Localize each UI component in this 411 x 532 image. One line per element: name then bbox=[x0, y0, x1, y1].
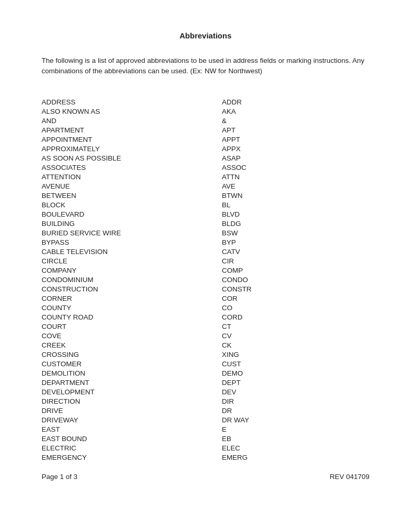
table-row: ATTENTIONATTN bbox=[42, 172, 369, 182]
full-word: DRIVE bbox=[42, 406, 222, 416]
full-word: ELECTRIC bbox=[42, 444, 222, 453]
abbreviation: BL bbox=[222, 201, 369, 210]
full-word: CUSTOMER bbox=[42, 360, 222, 369]
full-word: COUNTY ROAD bbox=[42, 313, 222, 322]
table-row: EMERGENCYEMERG bbox=[42, 453, 369, 462]
table-row: BUILDINGBLDG bbox=[42, 219, 369, 229]
full-word: BLOCK bbox=[42, 201, 222, 210]
table-row: EASTE bbox=[42, 425, 369, 434]
abbreviation: DEPT bbox=[222, 378, 369, 388]
table-row: DEVELOPMENTDEV bbox=[42, 388, 369, 397]
table-row: DRIVEWAYDR WAY bbox=[42, 416, 369, 425]
abbreviation: CONDO bbox=[222, 275, 369, 285]
full-word: CABLE TELEVISION bbox=[42, 247, 222, 257]
abbreviation: DIR bbox=[222, 397, 369, 406]
abbreviation: ADDR bbox=[222, 98, 369, 107]
abbreviation: EB bbox=[222, 434, 369, 444]
full-word: COMPANY bbox=[42, 266, 222, 275]
table-row: ADDRESSADDR bbox=[42, 98, 369, 107]
full-word: APARTMENT bbox=[42, 126, 222, 135]
full-word: AND bbox=[42, 116, 222, 126]
full-word: ATTENTION bbox=[42, 172, 222, 182]
table-row: CONDOMINIUMCONDO bbox=[42, 275, 369, 285]
full-word: BURIED SERVICE WIRE bbox=[42, 229, 222, 238]
abbreviation: CORD bbox=[222, 313, 369, 322]
full-word: EAST bbox=[42, 425, 222, 434]
full-word: COVE bbox=[42, 331, 222, 341]
abbreviation: COMP bbox=[222, 266, 369, 275]
full-word: EAST BOUND bbox=[42, 434, 222, 444]
table-row: COURTCT bbox=[42, 322, 369, 331]
table-row: CORNERCOR bbox=[42, 294, 369, 303]
abbreviation: CUST bbox=[222, 360, 369, 369]
full-word: EMERGENCY bbox=[42, 453, 222, 462]
full-word: CORNER bbox=[42, 294, 222, 303]
full-word: CREEK bbox=[42, 341, 222, 350]
full-word: APPROXIMATELY bbox=[42, 144, 222, 154]
abbreviation: CK bbox=[222, 341, 369, 350]
full-word: ASSOCIATES bbox=[42, 163, 222, 172]
abbreviation: & bbox=[222, 116, 369, 126]
abbreviation: AVE bbox=[222, 182, 369, 191]
abbreviation: CIR bbox=[222, 257, 369, 266]
table-row: CIRCLECIR bbox=[42, 257, 369, 266]
table-row: BLOCKBL bbox=[42, 201, 369, 210]
full-word: BYPASS bbox=[42, 238, 222, 247]
table-row: CONSTRUCTIONCONSTR bbox=[42, 285, 369, 294]
abbreviation: AKA bbox=[222, 107, 369, 116]
table-row: CREEKCK bbox=[42, 341, 369, 350]
table-row: DRIVEDR bbox=[42, 406, 369, 416]
abbreviation: ATTN bbox=[222, 172, 369, 182]
abbreviation: DEMO bbox=[222, 369, 369, 378]
full-word: DEVELOPMENT bbox=[42, 388, 222, 397]
full-word: DIRECTION bbox=[42, 397, 222, 406]
table-row: DEMOLITIONDEMO bbox=[42, 369, 369, 378]
abbreviation: CT bbox=[222, 322, 369, 331]
table-row: BOULEVARDBLVD bbox=[42, 210, 369, 219]
abbreviation: CATV bbox=[222, 247, 369, 257]
table-row: AND& bbox=[42, 116, 369, 126]
abbreviation: E bbox=[222, 425, 369, 434]
table-row: BURIED SERVICE WIREBSW bbox=[42, 229, 369, 238]
full-word: CROSSING bbox=[42, 350, 222, 360]
full-word: AS SOON AS POSSIBLE bbox=[42, 154, 222, 163]
page-title: Abbreviations bbox=[42, 31, 369, 40]
abbreviation: DEV bbox=[222, 388, 369, 397]
abbreviation: ASAP bbox=[222, 154, 369, 163]
full-word: BUILDING bbox=[42, 219, 222, 229]
full-word: BETWEEN bbox=[42, 191, 222, 201]
table-row: DIRECTIONDIR bbox=[42, 397, 369, 406]
abbreviation: CO bbox=[222, 303, 369, 313]
full-word: APPOINTMENT bbox=[42, 135, 222, 144]
full-word: DEPARTMENT bbox=[42, 378, 222, 388]
abbreviation: COR bbox=[222, 294, 369, 303]
full-word: ADDRESS bbox=[42, 98, 222, 107]
table-row: COUNTYCO bbox=[42, 303, 369, 313]
page-number: Page 1 of 3 bbox=[42, 473, 77, 481]
abbreviation: BTWN bbox=[222, 191, 369, 201]
revision-number: REV 041709 bbox=[329, 473, 369, 481]
abbreviation: CONSTR bbox=[222, 285, 369, 294]
table-row: APARTMENTAPT bbox=[42, 126, 369, 135]
table-row: DEPARTMENTDEPT bbox=[42, 378, 369, 388]
table-row: EAST BOUNDEB bbox=[42, 434, 369, 444]
abbreviation: BLDG bbox=[222, 219, 369, 229]
table-row: COUNTY ROADCORD bbox=[42, 313, 369, 322]
abbreviation: CV bbox=[222, 331, 369, 341]
abbreviation: APPT bbox=[222, 135, 369, 144]
table-row: APPOINTMENTAPPT bbox=[42, 135, 369, 144]
full-word: CIRCLE bbox=[42, 257, 222, 266]
abbreviation: DR bbox=[222, 406, 369, 416]
table-row: ELECTRICELEC bbox=[42, 444, 369, 453]
full-word: COURT bbox=[42, 322, 222, 331]
full-word: DRIVEWAY bbox=[42, 416, 222, 425]
table-row: COMPANYCOMP bbox=[42, 266, 369, 275]
full-word: CONSTRUCTION bbox=[42, 285, 222, 294]
abbreviation: BSW bbox=[222, 229, 369, 238]
abbreviation: ELEC bbox=[222, 444, 369, 453]
abbreviation: XING bbox=[222, 350, 369, 360]
abbreviation: BYP bbox=[222, 238, 369, 247]
full-word: DEMOLITION bbox=[42, 369, 222, 378]
abbreviation: BLVD bbox=[222, 210, 369, 219]
table-row: CUSTOMERCUST bbox=[42, 360, 369, 369]
